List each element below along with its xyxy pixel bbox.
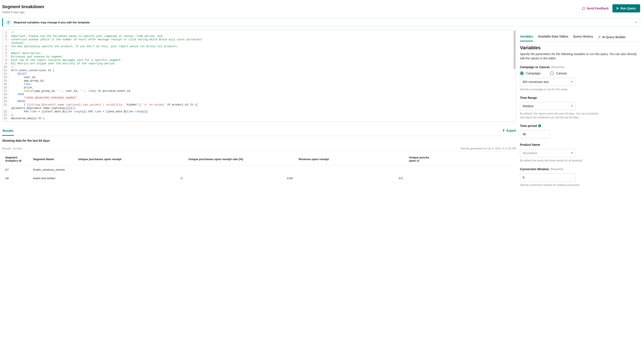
sql-editor[interactable]: 123456789101112131415161718192021222324 … [2,30,516,122]
campaign-helper: Specify a campaign to use for this query [520,88,640,92]
tab-query-history[interactable]: Query History [573,34,593,41]
info-banner: i Required variables may change if you e… [2,18,640,26]
close-icon[interactable]: ✕ [634,20,637,24]
results-subtitle: Showing data for the last 60 days [2,139,516,142]
table-row[interactable]: A7Evelin_sessions_version [2,166,516,174]
tab-ai-builder[interactable]: AI Query Builder [598,34,625,41]
radio-icon [550,72,554,75]
campaign-select[interactable]: BSI conversion test [520,78,576,86]
edited-timestamp: Edited 4 days ago [2,10,44,14]
send-feedback-link[interactable]: Send Feedback [582,7,609,10]
panel-desc: Specify the parameters for the following… [520,52,640,61]
play-icon [617,7,619,10]
radio-canvas[interactable]: Canvas [550,72,567,75]
time-range-helper: By default, this report covers the past … [520,112,601,120]
page-title: Segment breakdown [2,4,44,9]
results-tab[interactable]: Results [2,127,14,136]
time-range-select[interactable]: Relative [520,102,576,110]
col-revenue[interactable]: Revenue upon receipt [296,153,406,166]
results-rowcount: Results: 14 rows [2,147,22,150]
radio-campaign[interactable]: Campaign [520,72,541,75]
col-segment-name[interactable]: Segment Name [30,153,75,166]
panel-tabs: Variables Available Data Tables Query Hi… [520,34,640,42]
download-icon [502,129,505,132]
conversion-helper: Specify conversion window for making a p… [520,183,640,187]
tab-variables[interactable]: Variables [520,34,533,41]
label-campaign-canvas: Campaign or Canvas [520,66,550,69]
col-upr[interactable]: Unique purchases upon receipt [75,153,185,166]
label-time-range: Time Range [520,96,640,100]
panel-title: Variables [520,45,640,50]
product-select[interactable]: All product [520,149,576,157]
info-icon[interactable]: i [538,124,541,127]
col-upr-rate[interactable]: Unique purchases upon receipt rate (%) [185,153,295,166]
tab-available-data[interactable]: Available Data Tables [538,34,568,41]
label-conversion-window: Conversion Window [520,168,549,171]
time-period-input[interactable] [520,130,550,138]
results-generated: Results generated on Oct 4, 2023, 4:17:3… [461,147,516,150]
chevron-down-icon [571,152,573,154]
label-time-period: Time period [520,124,537,128]
table-row[interactable]: A8evelin test written00.000.0 [2,174,516,183]
col-segment-id[interactable]: Segment Analytics Id [2,153,30,166]
results-table: Segment Analytics Id Segment Name Unique… [2,153,516,183]
product-helper: By default the query will show results f… [520,159,640,163]
radio-icon [520,72,524,75]
run-query-button[interactable]: Run Query [612,4,640,12]
wand-icon [598,35,601,39]
editor-scrollbar[interactable] [514,31,515,69]
col-upc[interactable]: Unique purchaupon cl [406,153,516,166]
chat-icon [582,7,585,10]
chevron-down-icon [571,106,573,107]
chevron-down-icon [571,81,573,82]
conversion-window-input[interactable] [520,174,576,182]
label-product: Product Name [520,143,640,146]
export-button[interactable]: Export [502,129,516,134]
info-message: Required variables may change if you edi… [14,21,90,24]
info-icon: i [6,20,11,25]
